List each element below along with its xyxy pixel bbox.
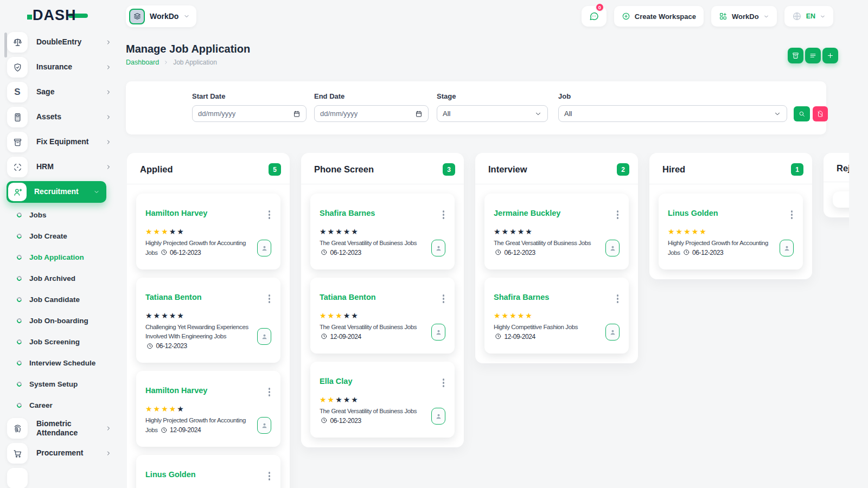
chevron-down-icon xyxy=(183,13,190,20)
sidebar-subitem-job-application[interactable]: Job Application xyxy=(0,247,119,268)
card-menu-button[interactable] xyxy=(790,209,794,221)
board-column-rejected: Rejected xyxy=(824,153,849,217)
sidebar-item-sage[interactable]: SSage xyxy=(0,80,119,105)
candidate-name-link[interactable]: Hamilton Harvey xyxy=(145,209,207,217)
candidate-avatar xyxy=(431,324,445,341)
job-label: Job xyxy=(558,92,787,100)
board-column-phone-screen: Phone Screen3Shafira Barnes★★★★★The Grea… xyxy=(301,153,464,447)
clear-filter-icon xyxy=(816,110,824,118)
sidebar-item-label: Procurement xyxy=(36,448,105,458)
reset-filter-button[interactable] xyxy=(813,106,828,121)
empty-card[interactable] xyxy=(833,191,849,208)
application-card[interactable]: Tatiana Benton★★★★★Challenging Yet Rewar… xyxy=(136,278,280,363)
sidebar-item-doubleentry[interactable]: DoubleEntry xyxy=(0,30,119,55)
sidebar-item-hidden[interactable] xyxy=(0,466,119,488)
sidebar-item-procurement[interactable]: Procurement xyxy=(0,441,119,466)
candidate-name-link[interactable]: Tatiana Benton xyxy=(145,293,202,301)
application-card[interactable]: Hamilton Harvey★★★★★Highly Projected Gro… xyxy=(136,194,280,269)
star-icon: ★ xyxy=(502,227,510,236)
card-menu-button[interactable] xyxy=(267,209,272,221)
candidate-avatar xyxy=(605,240,620,256)
sidebar-subitem-career[interactable]: Career xyxy=(0,395,119,416)
card-menu-button[interactable] xyxy=(616,293,620,305)
archive-button[interactable] xyxy=(788,48,803,63)
language-button[interactable]: EN xyxy=(784,6,833,27)
application-date: 06-12-2023 xyxy=(159,249,201,256)
grid-plus-icon xyxy=(719,12,727,21)
sidebar-subitem-job-archived[interactable]: Job Archived xyxy=(0,268,119,289)
star-icon: ★ xyxy=(320,311,328,320)
candidate-name-link[interactable]: Ella Clay xyxy=(320,377,352,386)
sidebar-item-assets[interactable]: Assets xyxy=(0,105,119,130)
end-date-input[interactable]: dd/mm/yyyy xyxy=(314,105,429,122)
column-header: Interview2 xyxy=(475,153,638,184)
card-menu-button[interactable] xyxy=(267,293,272,305)
application-card[interactable]: Jermaine Buckley★★★★★The Great Versatili… xyxy=(484,194,629,269)
sidebar-subitem-job-candidate[interactable]: Job Candidate xyxy=(0,289,119,310)
create-workspace-button[interactable]: Create Workspace xyxy=(614,6,704,27)
application-card[interactable]: Linus Golden★★★★★Highly Projected Growth… xyxy=(659,194,803,269)
sidebar-item-label: Recruitment xyxy=(34,187,93,197)
sidebar-item-recruitment[interactable]: Recruitment xyxy=(7,181,106,203)
chevron-down-icon xyxy=(534,110,542,118)
star-icon: ★ xyxy=(351,311,359,320)
chevron-right-icon xyxy=(105,114,112,120)
card-menu-button[interactable] xyxy=(267,386,272,398)
search-button[interactable] xyxy=(794,106,810,121)
candidate-name-link[interactable]: Tatiana Benton xyxy=(320,293,376,301)
application-card[interactable]: Linus Golden xyxy=(136,455,280,488)
sidebar-subitem-job-screening[interactable]: Job Screening xyxy=(0,331,119,352)
sidebar-item-biometric-attendance[interactable]: Biometric Attendance xyxy=(0,416,119,441)
candidate-name-link[interactable]: Hamilton Harvey xyxy=(145,386,207,395)
star-rating: ★★★★★ xyxy=(494,312,620,319)
candidate-avatar xyxy=(257,417,271,434)
card-menu-button[interactable] xyxy=(616,209,620,221)
sidebar-subitem-interview-schedule[interactable]: Interview Schedule xyxy=(0,352,119,374)
stage-select[interactable]: All xyxy=(437,105,548,122)
sidebar-subitem-job-create[interactable]: Job Create xyxy=(0,226,119,247)
candidate-name-link[interactable]: Jermaine Buckley xyxy=(494,209,560,217)
sidebar-item-hrm[interactable]: HRM xyxy=(0,155,119,179)
sidebar-item-fix-equipment[interactable]: Fix Equipment xyxy=(0,130,119,155)
card-menu-button[interactable] xyxy=(267,470,272,482)
candidate-name-link[interactable]: Linus Golden xyxy=(145,470,196,479)
job-select[interactable]: All xyxy=(558,105,787,122)
sidebar-item-insurance[interactable]: Insurance xyxy=(0,55,119,80)
messages-button[interactable]: 0 xyxy=(582,6,607,27)
page-title: Manage Job Application xyxy=(126,43,250,55)
kanban-board: Applied5Hamilton Harvey★★★★★Highly Proje… xyxy=(127,153,849,488)
sidebar-subitem-system-setup[interactable]: System Setup xyxy=(0,374,119,395)
app-logo: DASH xyxy=(27,8,88,24)
card-menu-button[interactable] xyxy=(442,377,446,389)
candidate-name-link[interactable]: Shafira Barnes xyxy=(494,293,549,301)
star-icon: ★ xyxy=(343,227,352,236)
candidate-name-link[interactable]: Linus Golden xyxy=(668,209,718,217)
star-icon: ★ xyxy=(161,404,169,413)
app-menu-button[interactable]: WorkDo xyxy=(711,6,777,27)
star-icon: ★ xyxy=(328,227,336,236)
job-description: The Great Versatility of Business Jobs 0… xyxy=(320,407,429,426)
sidebar-subitem-jobs[interactable]: Jobs xyxy=(0,204,119,226)
breadcrumb-dashboard-link[interactable]: Dashboard xyxy=(126,59,159,66)
application-card[interactable]: Shafira Barnes★★★★★Highly Competitive Fa… xyxy=(484,278,629,354)
start-date-input[interactable]: dd/mm/yyyy xyxy=(192,105,307,122)
workspace-switcher[interactable]: WorkDo xyxy=(126,5,196,27)
card-menu-button[interactable] xyxy=(442,293,446,305)
list-view-button[interactable] xyxy=(805,48,821,63)
sidebar-subitem-job-on-boarding[interactable]: Job On-boarding xyxy=(0,310,119,331)
application-card[interactable]: Hamilton Harvey★★★★★Highly Projected Gro… xyxy=(136,371,280,447)
job-title-text: The Great Versatility of Business Jobs xyxy=(320,408,417,414)
card-menu-button[interactable] xyxy=(442,209,446,221)
candidate-name-link[interactable]: Shafira Barnes xyxy=(320,209,375,217)
equipment-box-icon xyxy=(7,132,28,152)
star-icon: ★ xyxy=(320,395,328,404)
application-card[interactable]: Shafira Barnes★★★★★The Great Versatility… xyxy=(310,194,455,269)
calendar-icon xyxy=(293,110,301,118)
breadcrumb-current: Job Application xyxy=(173,59,217,66)
add-application-button[interactable] xyxy=(822,48,838,63)
star-icon: ★ xyxy=(145,311,154,320)
language-label: EN xyxy=(806,12,815,20)
application-card[interactable]: Tatiana Benton★★★★★The Great Versatility… xyxy=(310,278,455,354)
application-card[interactable]: Ella Clay★★★★★The Great Versatility of B… xyxy=(310,362,455,438)
column-title: Phone Screen xyxy=(314,164,374,175)
